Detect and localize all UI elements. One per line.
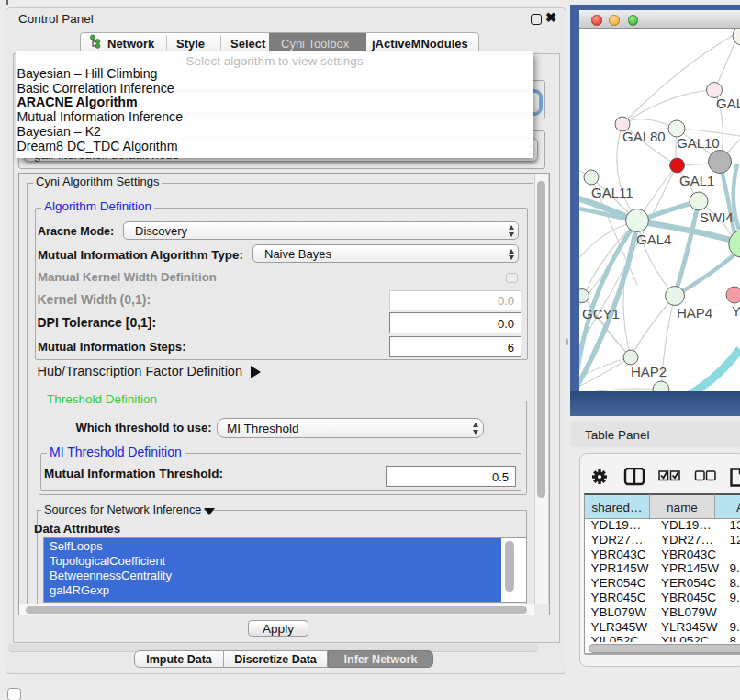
svg-text:GAL2: GAL2: [716, 96, 740, 111]
svg-text:GAL4: GAL4: [636, 231, 671, 247]
svg-text:Y: Y: [732, 303, 740, 319]
svg-text:SWI4: SWI4: [700, 209, 734, 225]
svg-text:GAL11: GAL11: [591, 185, 633, 200]
svg-text:HAP4: HAP4: [677, 305, 712, 321]
svg-text:GAL1: GAL1: [679, 173, 714, 188]
svg-text:GAL80: GAL80: [622, 129, 666, 144]
svg-text:GAL10: GAL10: [677, 135, 720, 151]
svg-text:HAP2: HAP2: [631, 364, 667, 379]
svg-text:GCY1: GCY1: [582, 306, 620, 322]
